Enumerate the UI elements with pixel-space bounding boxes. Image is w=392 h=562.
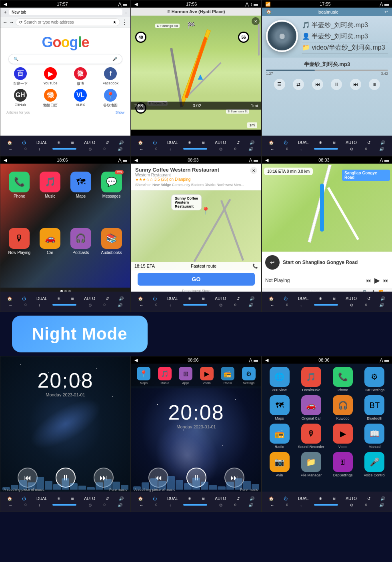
shortcut-vlex[interactable]: VL VLEX <box>67 89 94 108</box>
ac-nd[interactable]: ≋ <box>200 296 206 301</box>
cp-messages-app[interactable]: 💬 259 Messages <box>98 172 124 198</box>
vol-nav[interactable]: 🔊 <box>248 140 256 145</box>
night2-radio-app[interactable]: 📻 Radio <box>221 367 234 385</box>
power-ag[interactable]: ⏻ <box>282 496 289 501</box>
media-prev-btn[interactable]: ⏮ <box>366 277 371 284</box>
back-cp[interactable]: ◀ <box>4 158 7 163</box>
ac-n2[interactable]: ≋ <box>200 496 206 501</box>
home-music-btn[interactable]: 🏠 <box>266 9 272 14</box>
ac-n1[interactable]: ≋ <box>70 496 75 501</box>
back-cn-ctrl[interactable]: ← <box>269 302 275 308</box>
temp-slider-cp[interactable] <box>52 304 76 306</box>
home-nav-btn[interactable]: 🏠 <box>137 140 144 145</box>
snow-cp[interactable]: ❄ <box>56 296 62 301</box>
fan-n1[interactable]: ↓ <box>37 502 42 508</box>
back-cn[interactable]: ◀ <box>265 158 268 163</box>
show-link[interactable]: Show <box>115 110 124 114</box>
back-n2-ctrl[interactable]: ← <box>138 502 144 508</box>
vol-cn[interactable]: 🔊 <box>379 296 386 301</box>
menu-icon[interactable]: ⋮ <box>122 18 128 26</box>
app-bluetooth[interactable]: BT Bluetooth <box>360 395 389 420</box>
back-music-btn[interactable]: ↩ <box>384 9 388 14</box>
back-ctrl-btn[interactable]: ← <box>7 146 14 152</box>
back-icon[interactable]: ◀ <box>4 2 7 7</box>
cp-nowplaying-app[interactable]: 🎙 Now Playing <box>6 228 32 255</box>
ac-music[interactable]: ≋ <box>331 140 337 145</box>
recirc-cn[interactable]: ↺ <box>366 296 372 301</box>
fan-nav[interactable]: ↓ <box>168 146 172 152</box>
app-avin[interactable]: 📷 Avin <box>265 452 294 477</box>
vol-down-ag[interactable]: 🔊 <box>378 502 385 508</box>
fan-btn[interactable]: ↓ <box>37 146 42 152</box>
cp-audiobooks-app[interactable]: 📚 Audiobooks <box>98 228 124 255</box>
close-place-btn[interactable]: ✕ <box>250 167 257 174</box>
back-nd[interactable]: ◀ <box>134 158 138 163</box>
back-ag[interactable]: ◀ <box>265 358 268 363</box>
ac-btn[interactable]: ≋ <box>70 140 75 145</box>
back-music-ctrl[interactable]: ← <box>269 146 275 152</box>
back-cp-ctrl[interactable]: ← <box>7 302 14 308</box>
refresh-icon[interactable]: ⟳ <box>19 20 22 24</box>
snow-cn[interactable]: ❄ <box>318 296 323 301</box>
seat-cn[interactable]: ⊙ <box>349 302 354 308</box>
home-music-ctrl[interactable]: 🏠 <box>268 140 275 145</box>
shortcut-github[interactable]: GH GitHub <box>6 89 34 108</box>
new-tab-icon[interactable]: ＋ <box>3 9 8 16</box>
snow-music[interactable]: ❄ <box>318 140 323 145</box>
vol-down-cp[interactable]: 🔊 <box>116 302 124 308</box>
home-n2-ctrl[interactable]: 🏠 <box>137 496 144 501</box>
fan-ag[interactable]: ↓ <box>299 502 303 508</box>
track-3[interactable]: 📁 video/半壶纱_刘珂矣.mp3 <box>302 42 388 54</box>
music-progress-bar[interactable] <box>266 70 388 71</box>
snow-n1[interactable]: ❄ <box>56 496 62 501</box>
seat-n2[interactable]: ⊙ <box>218 502 224 508</box>
shortcut-lazy[interactable]: 懒 懒惰日历 <box>36 89 64 108</box>
night2-maps-app[interactable]: 📍 Maps <box>137 367 150 385</box>
shortcut-facebook[interactable]: f Facebook <box>97 67 124 86</box>
recirculate-btn[interactable]: ↺ <box>104 140 110 145</box>
vol-down-nd[interactable]: 🔊 <box>247 302 254 308</box>
app-kuwooo[interactable]: 🎧 Kuwooo <box>329 395 357 420</box>
shortcut-baidu[interactable]: 百 百度一下 <box>6 67 34 86</box>
close-nav-btn[interactable]: ✕ <box>252 17 260 25</box>
vol-n2[interactable]: 🔊 <box>248 496 256 501</box>
google-search-box[interactable]: 🔍 🎤 <box>8 54 122 64</box>
fan-cn[interactable]: ↓ <box>299 302 303 308</box>
night2-apps-app[interactable]: ⊞ Apps <box>179 367 192 385</box>
temp-slider-ag[interactable] <box>314 504 338 506</box>
temp-slider-nav[interactable] <box>183 148 207 150</box>
vol-music[interactable]: 🔊 <box>379 140 386 145</box>
app-carsettings[interactable]: ⚙ Car Settings <box>360 367 389 392</box>
back-nd-ctrl[interactable]: ← <box>138 302 144 308</box>
power-nd[interactable]: ⏻ <box>152 296 158 301</box>
voice-icon[interactable]: 🎤 <box>112 57 117 61</box>
back-ag-ctrl[interactable]: ← <box>269 502 275 508</box>
power-n1[interactable]: ⏻ <box>21 496 27 501</box>
ac-nav[interactable]: ≋ <box>200 140 206 145</box>
recirc-ag[interactable]: ↺ <box>366 496 372 501</box>
go-button[interactable]: GO <box>138 273 255 286</box>
cp-car-app[interactable]: 🚗 Car <box>37 228 63 255</box>
home-ag-ctrl[interactable]: 🏠 <box>268 496 275 501</box>
playlist-btn[interactable]: ☰ <box>274 79 285 90</box>
map-scroll[interactable] <box>258 24 260 56</box>
vol-down-music[interactable]: 🔊 <box>378 146 385 152</box>
back-n2[interactable]: ◀ <box>134 358 138 363</box>
shuffle-btn[interactable]: ⇄ <box>293 79 304 90</box>
ac-cn[interactable]: ≋ <box>331 296 337 301</box>
fan-music[interactable]: ↓ <box>299 146 303 152</box>
seat-nd[interactable]: ⊙ <box>218 302 224 308</box>
snow-nav[interactable]: ❄ <box>187 140 192 145</box>
vol-down-cn[interactable]: 🔊 <box>378 302 385 308</box>
temp-slider-n1[interactable] <box>52 504 76 506</box>
night2-music-app[interactable]: 🎵 Music <box>158 367 172 385</box>
snow-n2[interactable]: ❄ <box>187 496 192 501</box>
star-icon[interactable]: ★ <box>113 20 116 24</box>
vol-n1[interactable]: 🔊 <box>118 496 125 501</box>
snow-nd[interactable]: ❄ <box>187 296 192 301</box>
cp-maps-app[interactable]: 🗺 Maps <box>68 172 94 198</box>
app-soundrecorder[interactable]: 🎙 Sound Recorder <box>297 424 325 449</box>
fan-nd[interactable]: ↓ <box>168 302 172 308</box>
recirc-n1[interactable]: ↺ <box>104 496 110 501</box>
phone-icon[interactable]: 📞 <box>252 264 258 269</box>
